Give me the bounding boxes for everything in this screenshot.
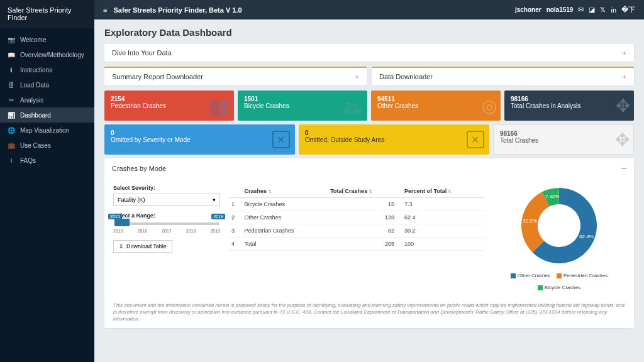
svg-text:7.32%: 7.32% [545, 194, 560, 199]
nav-icon: 📊 [8, 111, 15, 119]
stat-card: 2154Pedestrian Crashes👥 [104, 90, 234, 121]
sidebar-item-map-visualization[interactable]: 🌐Map Visualization [0, 123, 94, 138]
crashes-table: Crashes⇅Total Crashes⇅Percent of Total⇅1… [229, 185, 484, 290]
sidebar-item-instructions[interactable]: ℹInstructions [0, 62, 94, 77]
facebook-icon[interactable]: ◪ [589, 6, 595, 14]
download-table-button[interactable]: ⇩ Download Table [113, 240, 172, 253]
panel-data-title: Data Downloader [379, 73, 433, 80]
close-icon: ✕ [467, 131, 484, 148]
sidebar-item-dashboard[interactable]: 📊Dashboard [0, 107, 94, 123]
nav-label: Map Visualization [20, 127, 69, 134]
card-bg-icon: ✥ [615, 129, 630, 150]
stat-card: 0Omitted, Outside Study Area✕ [299, 124, 489, 155]
card-label: Total Crashes in Analysis [511, 102, 628, 109]
stat-card: 0Omitted by Severity or Mode✕ [104, 124, 295, 155]
range-label: Select a Range: [113, 212, 220, 219]
card-value: 98166 [500, 130, 627, 137]
stat-card: 98166Total Crashes✥ [493, 124, 634, 155]
nav-label: Analysis [20, 97, 43, 104]
nav-label: Welcome [20, 36, 47, 43]
card-value: 0 [111, 129, 289, 136]
nav-icon: i [8, 156, 15, 164]
nav-icon: 📷 [8, 36, 15, 43]
card-label: Omitted by Severity or Mode [111, 136, 289, 143]
expand-icon[interactable]: + [623, 49, 626, 57]
nav-label: Load Data [20, 82, 49, 89]
disclaimer: This document and the information contai… [104, 297, 634, 328]
nav-icon: ✂ [8, 96, 15, 104]
table-header[interactable]: Crashes⇅ [242, 185, 328, 198]
card-label: Omitted, Outside Study Area [305, 136, 483, 143]
chart-legend: Other CrashesPedestrian CrashesBicycle C… [493, 273, 625, 290]
chevron-down-icon: ▾ [213, 197, 216, 203]
year-range-slider[interactable]: 2015 2019 20152016201720182019 [113, 222, 220, 233]
table-header[interactable]: Total Crashes⇅ [328, 185, 402, 198]
legend-item: Bicycle Crashes [538, 285, 580, 290]
linkedin-icon[interactable]: in [611, 6, 616, 14]
table-row: 4Total205100 [229, 238, 484, 251]
page-title: Exploratory Data Dashboard [104, 27, 634, 38]
panel-summary-title: Summary Report Downloader [112, 73, 203, 80]
panel-crashes-by-mode: Crashes by Mode − Select Severity: Fatal… [104, 158, 634, 328]
panel-dive-title: Dive Into Your Data [112, 49, 172, 57]
nav-label: Instructions [20, 67, 52, 74]
download-icon: ⇩ [119, 243, 124, 250]
mail-icon[interactable]: ✉ [578, 6, 584, 14]
download-icon[interactable]: �下 [621, 5, 635, 14]
app-title: Safer Streets Priority Finder [0, 0, 94, 28]
collapse-icon[interactable]: − [621, 163, 626, 173]
card-bg-icon: ◎ [482, 96, 497, 116]
table-row: 2Other Crashes12862.4 [229, 211, 484, 224]
nav-icon: 📖 [8, 51, 15, 58]
nav-icon: 💼 [8, 141, 15, 149]
nav-label: Dashboard [20, 112, 51, 119]
nav-list: 📷Welcome📖Overview/MethodologyℹInstructio… [0, 28, 94, 172]
table-row: 1Bicycle Crashes157.3 [229, 198, 484, 211]
twitter-icon[interactable]: 𝕏 [600, 6, 606, 14]
card-bg-icon: ✥ [616, 96, 630, 116]
legend-item: Other Crashes [511, 273, 550, 278]
table-row: 3Pedestrian Crashes6230.2 [229, 224, 484, 238]
topbar: ≡ Safer Streets Priority Finder, Beta V … [94, 0, 644, 19]
nav-label: FAQs [20, 157, 36, 164]
card-bg-icon: 🚲 [341, 96, 364, 116]
legend-item: Pedestrian Crashes [557, 273, 608, 278]
stat-card: 98166Total Crashes in Analysis✥ [504, 90, 634, 121]
stat-cards-row2: 0Omitted by Severity or Mode✕0Omitted, O… [104, 124, 634, 155]
sidebar-item-welcome[interactable]: 📷Welcome [0, 32, 94, 47]
stat-card: 94511Other Crashes◎ [371, 90, 501, 121]
menu-icon[interactable]: ≡ [103, 6, 107, 14]
crashes-title: Crashes by Mode [112, 165, 166, 172]
svg-text:30.2%: 30.2% [523, 218, 537, 224]
sidebar-item-load-data[interactable]: 🗄Load Data [0, 77, 94, 92]
stat-cards-row1: 2154Pedestrian Crashes👥1501Bicycle Crash… [104, 90, 634, 121]
card-label: Total Crashes [500, 137, 627, 144]
close-icon: ✕ [272, 131, 290, 148]
card-value: 0 [305, 129, 483, 136]
expand-icon[interactable]: + [355, 73, 359, 80]
sidebar-item-faqs[interactable]: iFAQs [0, 153, 94, 168]
nav-label: Overview/Methodology [20, 52, 84, 58]
table-header[interactable] [229, 185, 242, 198]
panel-data-downloader[interactable]: Data Downloader + [372, 67, 634, 85]
nav-icon: ℹ [8, 66, 15, 74]
topbar-title: Safer Streets Priority Finder, Beta V 1.… [113, 6, 242, 14]
table-header[interactable]: Percent of Total⇅ [402, 185, 484, 198]
nav-label: Use Cases [20, 142, 51, 149]
card-label: Other Crashes [377, 102, 494, 109]
severity-label: Select Severity: [113, 185, 220, 191]
expand-icon[interactable]: + [623, 73, 626, 80]
donut-chart: 62.4%30.2%7.32% [518, 185, 600, 266]
sidebar-item-analysis[interactable]: ✂Analysis [0, 92, 94, 107]
sidebar: Safer Streets Priority Finder 📷Welcome📖O… [0, 0, 94, 362]
nav-icon: 🌐 [8, 126, 15, 134]
sidebar-item-use-cases[interactable]: 💼Use Cases [0, 138, 94, 153]
svg-text:62.4%: 62.4% [579, 234, 594, 239]
card-value: 98166 [511, 96, 628, 102]
severity-select[interactable]: Fatality (K) ▾ [113, 194, 220, 206]
panel-summary[interactable]: Summary Report Downloader + [104, 67, 367, 85]
sidebar-item-overview-methodology[interactable]: 📖Overview/Methodology [0, 47, 94, 62]
card-value: 94511 [377, 96, 494, 102]
panel-dive[interactable]: Dive Into Your Data + [104, 44, 634, 62]
stat-card: 1501Bicycle Crashes🚲 [238, 90, 367, 121]
